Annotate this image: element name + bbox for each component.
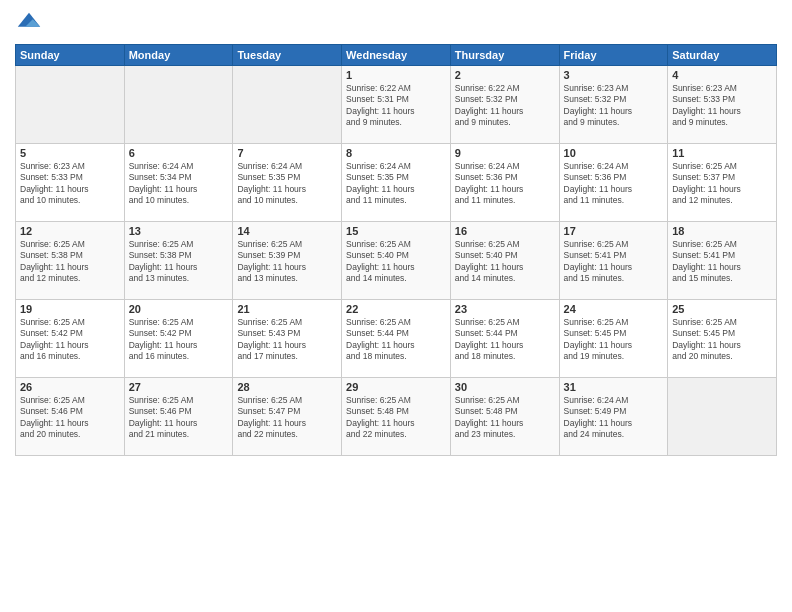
day-number: 27	[129, 381, 229, 393]
weekday-wednesday: Wednesday	[342, 45, 451, 66]
day-number: 2	[455, 69, 555, 81]
table-row: 11Sunrise: 6:25 AM Sunset: 5:37 PM Dayli…	[668, 144, 777, 222]
table-row: 20Sunrise: 6:25 AM Sunset: 5:42 PM Dayli…	[124, 300, 233, 378]
day-info: Sunrise: 6:25 AM Sunset: 5:46 PM Dayligh…	[20, 395, 120, 441]
day-number: 17	[564, 225, 664, 237]
table-row: 29Sunrise: 6:25 AM Sunset: 5:48 PM Dayli…	[342, 378, 451, 456]
day-info: Sunrise: 6:25 AM Sunset: 5:43 PM Dayligh…	[237, 317, 337, 363]
day-number: 24	[564, 303, 664, 315]
day-info: Sunrise: 6:23 AM Sunset: 5:32 PM Dayligh…	[564, 83, 664, 129]
table-row: 18Sunrise: 6:25 AM Sunset: 5:41 PM Dayli…	[668, 222, 777, 300]
weekday-sunday: Sunday	[16, 45, 125, 66]
week-row-1: 1Sunrise: 6:22 AM Sunset: 5:31 PM Daylig…	[16, 66, 777, 144]
day-number: 31	[564, 381, 664, 393]
table-row: 9Sunrise: 6:24 AM Sunset: 5:36 PM Daylig…	[450, 144, 559, 222]
table-row: 31Sunrise: 6:24 AM Sunset: 5:49 PM Dayli…	[559, 378, 668, 456]
table-row: 24Sunrise: 6:25 AM Sunset: 5:45 PM Dayli…	[559, 300, 668, 378]
table-row: 30Sunrise: 6:25 AM Sunset: 5:48 PM Dayli…	[450, 378, 559, 456]
week-row-4: 19Sunrise: 6:25 AM Sunset: 5:42 PM Dayli…	[16, 300, 777, 378]
week-row-5: 26Sunrise: 6:25 AM Sunset: 5:46 PM Dayli…	[16, 378, 777, 456]
table-row: 12Sunrise: 6:25 AM Sunset: 5:38 PM Dayli…	[16, 222, 125, 300]
table-row	[668, 378, 777, 456]
table-row: 3Sunrise: 6:23 AM Sunset: 5:32 PM Daylig…	[559, 66, 668, 144]
day-info: Sunrise: 6:23 AM Sunset: 5:33 PM Dayligh…	[672, 83, 772, 129]
day-number: 22	[346, 303, 446, 315]
week-row-3: 12Sunrise: 6:25 AM Sunset: 5:38 PM Dayli…	[16, 222, 777, 300]
day-info: Sunrise: 6:24 AM Sunset: 5:34 PM Dayligh…	[129, 161, 229, 207]
day-info: Sunrise: 6:24 AM Sunset: 5:36 PM Dayligh…	[455, 161, 555, 207]
day-number: 9	[455, 147, 555, 159]
table-row: 7Sunrise: 6:24 AM Sunset: 5:35 PM Daylig…	[233, 144, 342, 222]
day-number: 20	[129, 303, 229, 315]
day-number: 8	[346, 147, 446, 159]
day-number: 15	[346, 225, 446, 237]
day-info: Sunrise: 6:24 AM Sunset: 5:35 PM Dayligh…	[237, 161, 337, 207]
day-info: Sunrise: 6:25 AM Sunset: 5:41 PM Dayligh…	[564, 239, 664, 285]
day-info: Sunrise: 6:25 AM Sunset: 5:37 PM Dayligh…	[672, 161, 772, 207]
table-row: 15Sunrise: 6:25 AM Sunset: 5:40 PM Dayli…	[342, 222, 451, 300]
table-row: 28Sunrise: 6:25 AM Sunset: 5:47 PM Dayli…	[233, 378, 342, 456]
table-row	[233, 66, 342, 144]
day-info: Sunrise: 6:25 AM Sunset: 5:44 PM Dayligh…	[346, 317, 446, 363]
day-number: 19	[20, 303, 120, 315]
table-row: 13Sunrise: 6:25 AM Sunset: 5:38 PM Dayli…	[124, 222, 233, 300]
day-info: Sunrise: 6:25 AM Sunset: 5:41 PM Dayligh…	[672, 239, 772, 285]
table-row: 25Sunrise: 6:25 AM Sunset: 5:45 PM Dayli…	[668, 300, 777, 378]
weekday-saturday: Saturday	[668, 45, 777, 66]
day-number: 29	[346, 381, 446, 393]
table-row: 2Sunrise: 6:22 AM Sunset: 5:32 PM Daylig…	[450, 66, 559, 144]
day-number: 25	[672, 303, 772, 315]
weekday-tuesday: Tuesday	[233, 45, 342, 66]
day-info: Sunrise: 6:25 AM Sunset: 5:42 PM Dayligh…	[20, 317, 120, 363]
day-number: 13	[129, 225, 229, 237]
table-row: 21Sunrise: 6:25 AM Sunset: 5:43 PM Dayli…	[233, 300, 342, 378]
table-row: 19Sunrise: 6:25 AM Sunset: 5:42 PM Dayli…	[16, 300, 125, 378]
day-info: Sunrise: 6:25 AM Sunset: 5:39 PM Dayligh…	[237, 239, 337, 285]
day-number: 5	[20, 147, 120, 159]
calendar-header: SundayMondayTuesdayWednesdayThursdayFrid…	[16, 45, 777, 66]
week-row-2: 5Sunrise: 6:23 AM Sunset: 5:33 PM Daylig…	[16, 144, 777, 222]
day-number: 18	[672, 225, 772, 237]
day-info: Sunrise: 6:25 AM Sunset: 5:44 PM Dayligh…	[455, 317, 555, 363]
day-number: 28	[237, 381, 337, 393]
day-info: Sunrise: 6:24 AM Sunset: 5:36 PM Dayligh…	[564, 161, 664, 207]
page: SundayMondayTuesdayWednesdayThursdayFrid…	[0, 0, 792, 612]
weekday-friday: Friday	[559, 45, 668, 66]
logo-icon	[15, 10, 43, 38]
day-number: 30	[455, 381, 555, 393]
day-number: 21	[237, 303, 337, 315]
day-info: Sunrise: 6:22 AM Sunset: 5:32 PM Dayligh…	[455, 83, 555, 129]
table-row: 26Sunrise: 6:25 AM Sunset: 5:46 PM Dayli…	[16, 378, 125, 456]
day-number: 26	[20, 381, 120, 393]
table-row	[124, 66, 233, 144]
table-row: 10Sunrise: 6:24 AM Sunset: 5:36 PM Dayli…	[559, 144, 668, 222]
weekday-row: SundayMondayTuesdayWednesdayThursdayFrid…	[16, 45, 777, 66]
table-row: 8Sunrise: 6:24 AM Sunset: 5:35 PM Daylig…	[342, 144, 451, 222]
day-info: Sunrise: 6:25 AM Sunset: 5:45 PM Dayligh…	[564, 317, 664, 363]
weekday-thursday: Thursday	[450, 45, 559, 66]
day-info: Sunrise: 6:24 AM Sunset: 5:49 PM Dayligh…	[564, 395, 664, 441]
day-number: 23	[455, 303, 555, 315]
table-row: 4Sunrise: 6:23 AM Sunset: 5:33 PM Daylig…	[668, 66, 777, 144]
day-info: Sunrise: 6:25 AM Sunset: 5:42 PM Dayligh…	[129, 317, 229, 363]
day-info: Sunrise: 6:25 AM Sunset: 5:38 PM Dayligh…	[129, 239, 229, 285]
day-number: 12	[20, 225, 120, 237]
day-info: Sunrise: 6:23 AM Sunset: 5:33 PM Dayligh…	[20, 161, 120, 207]
day-number: 1	[346, 69, 446, 81]
day-number: 4	[672, 69, 772, 81]
table-row: 23Sunrise: 6:25 AM Sunset: 5:44 PM Dayli…	[450, 300, 559, 378]
day-number: 16	[455, 225, 555, 237]
day-info: Sunrise: 6:22 AM Sunset: 5:31 PM Dayligh…	[346, 83, 446, 129]
day-number: 10	[564, 147, 664, 159]
table-row: 17Sunrise: 6:25 AM Sunset: 5:41 PM Dayli…	[559, 222, 668, 300]
table-row: 22Sunrise: 6:25 AM Sunset: 5:44 PM Dayli…	[342, 300, 451, 378]
header	[15, 10, 777, 38]
day-number: 14	[237, 225, 337, 237]
table-row	[16, 66, 125, 144]
table-row: 6Sunrise: 6:24 AM Sunset: 5:34 PM Daylig…	[124, 144, 233, 222]
table-row: 1Sunrise: 6:22 AM Sunset: 5:31 PM Daylig…	[342, 66, 451, 144]
day-info: Sunrise: 6:24 AM Sunset: 5:35 PM Dayligh…	[346, 161, 446, 207]
weekday-monday: Monday	[124, 45, 233, 66]
day-info: Sunrise: 6:25 AM Sunset: 5:48 PM Dayligh…	[455, 395, 555, 441]
table-row: 5Sunrise: 6:23 AM Sunset: 5:33 PM Daylig…	[16, 144, 125, 222]
